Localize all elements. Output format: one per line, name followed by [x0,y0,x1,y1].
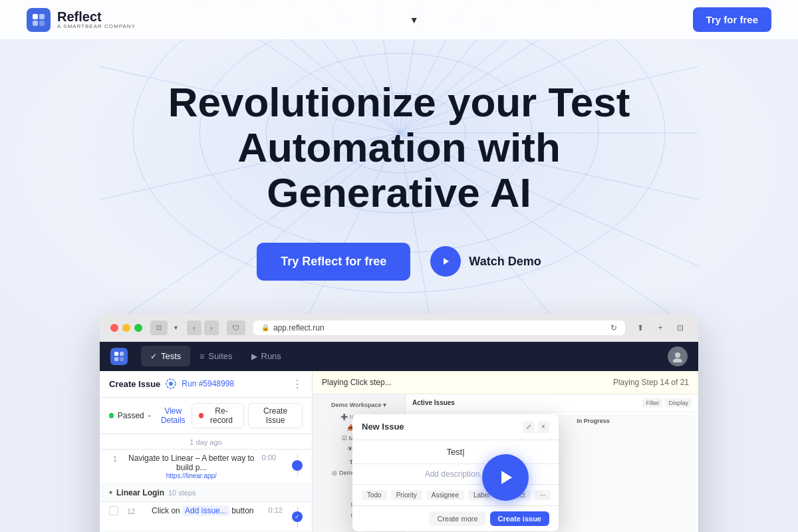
svg-rect-27 [33,14,38,19]
demo-play-icon [430,246,461,277]
filter-btn: Filter [642,398,662,408]
hero-title-line2: Automation with Generative AI [237,124,561,215]
browser-actions: ⬆ + ⊡ [633,321,688,335]
step-url: https://linear.app/ [128,472,255,479]
svg-rect-32 [114,352,118,356]
check-icon: ✓ [150,352,157,361]
modal-input-text: Test| [362,447,549,457]
share-icon: ⬆ [633,321,648,335]
url-text: app.reflect.run [273,323,325,332]
right-panel-header: Playing Click step... Playing Step 14 of… [313,371,698,394]
create-issue-button[interactable]: Create Issue [248,403,303,428]
nav-cta-button[interactable]: Try for free [693,7,771,32]
issue-header-left: Create Issue Run #5948998 [109,378,234,389]
lock-icon: 🔒 [261,324,269,331]
playing-text: Playing Click step... [322,378,392,387]
app-nav-bar: ✓ Tests ≡ Suites ▶ Runs [100,342,698,371]
svg-rect-28 [39,14,45,19]
modal-footer: Create more Create issue [352,506,559,531]
re-record-label: Re-record [206,406,237,425]
video-play-button[interactable] [482,454,529,501]
svg-point-39 [169,382,173,386]
modal-input-area[interactable]: Test| [352,440,559,464]
traffic-light-yellow [122,324,130,332]
step-number: 1 [109,455,121,463]
more-options-icon[interactable]: ⋮ [292,378,303,390]
demo-label: Watch Demo [469,255,541,269]
add-tab-icon: + [653,321,668,335]
chevron-icon: ▾ [109,489,112,496]
section-header: ▾ Linear Login 10 steps [100,484,312,502]
brand-name: Reflect [57,10,136,23]
timestamp: 1 day ago [190,438,221,446]
left-panel: Create Issue Run #5948998 ⋮ [100,371,313,532]
linear-main-header: Active Issues Filter Display [406,394,698,412]
tag-todo: Todo [362,490,387,500]
hero-section: Revolutionize your Test Automation with … [0,40,798,532]
view-details-link[interactable]: View Details [155,406,192,425]
status-text: Passed [118,411,144,420]
step-time: 0:12 [269,506,283,514]
try-reflect-button[interactable]: Try Reflect for free [257,243,410,281]
close-icon: × [537,421,549,433]
status-dot [109,413,114,418]
svg-rect-34 [114,357,118,361]
tab-tests-label: Tests [161,351,181,361]
modal-tags: Todo Priority Assignee Label Project ··· [352,485,559,506]
re-record-button[interactable]: Re-record [192,403,244,428]
suites-icon: ≡ [200,352,204,361]
svg-rect-33 [120,352,124,356]
step-content: Click on Add issue... button [144,506,262,515]
issue-header: Create Issue Run #5948998 ⋮ [100,371,312,398]
tab-suites[interactable]: ≡ Suites [190,346,241,366]
tag-priority: Priority [391,490,422,500]
header-actions: Filter Display [642,398,692,408]
dash: - [148,411,151,420]
svg-rect-35 [120,357,124,361]
svg-marker-31 [444,258,449,265]
hero-title: Revolutionize your Test Automation with … [133,80,665,216]
tab-runs-label: Runs [261,351,281,361]
svg-rect-29 [33,21,38,26]
app-logo-small [110,348,128,365]
svg-point-36 [675,352,680,358]
svg-marker-41 [501,471,512,484]
step-text: Navigate to Linear – A better way to bui… [128,454,255,472]
section-title: Linear Login [116,488,164,497]
tag-more: ··· [535,490,551,500]
user-avatar [668,346,688,366]
run-id: Run #5948998 [182,379,234,388]
navigation: Reflect A SMARTBEAR COMPANY ▼ Try for fr… [0,0,798,40]
step-progress: Playing Step 14 of 21 [613,378,689,387]
watch-demo-button[interactable]: Watch Demo [430,246,541,277]
action-buttons: Re-record Create Issue [192,403,303,428]
step-check: ✓ [292,511,303,522]
modal-close-buttons: ⤢ × [523,421,549,433]
svg-point-37 [673,358,682,362]
step-number: 12 [125,507,137,515]
modal-header: New Issue ⤢ × [352,414,559,440]
browser-controls: ⊡ ▼ [150,321,179,335]
nav-dropdown[interactable]: ▼ [410,15,419,25]
display-btn: Display [665,398,692,408]
create-more-button[interactable]: Create more [429,511,485,526]
traffic-light-red [110,324,118,332]
dropdown-small: ▼ [173,325,179,331]
tab-tests[interactable]: ✓ Tests [141,346,190,366]
step-item: 1 Navigate to Linear – A better way to b… [100,450,312,484]
create-issue-modal-button[interactable]: Create issue [490,511,549,526]
browser-bar: ⊡ ▼ ‹ › 🛡 🔒 app.reflect.run ↻ ⬆ + ⊡ [100,314,698,342]
step-checkbox [109,506,118,515]
forward-arrow-icon: › [204,321,219,335]
step-time: 0:00 [262,454,276,462]
app-nav-tabs: ✓ Tests ≡ Suites ▶ Runs [141,346,291,366]
brand-sub: A SMARTBEAR COMPANY [57,23,136,29]
active-issues-title: Active Issues [412,399,455,406]
right-panel: Playing Click step... Playing Step 14 of… [313,371,698,532]
tab-runs[interactable]: ▶ Runs [242,346,291,366]
browser-mockup: ⊡ ▼ ‹ › 🛡 🔒 app.reflect.run ↻ ⬆ + ⊡ [100,314,698,532]
step-text: Click on Add issue... button [144,506,262,515]
hero-title-line1: Revolutionize your Test [168,79,630,125]
timeline-dot [292,460,303,471]
address-bar[interactable]: 🔒 app.reflect.run ↻ [253,321,625,335]
